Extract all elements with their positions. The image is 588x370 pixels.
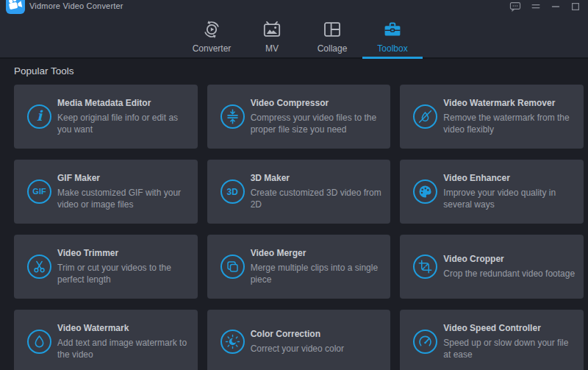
tool-title: Media Metadata Editor [57,98,190,109]
tool-card-video-compressor[interactable]: Video Compressor Compress your video fil… [207,85,391,149]
tool-card-3d-maker[interactable]: 3D 3D Maker Create customized 3D video f… [207,160,391,224]
app-logo-icon [6,0,25,14]
minimize-icon[interactable] [551,1,561,12]
merge-icon [220,255,245,279]
tool-description: Crop the redundant video footage [443,268,575,280]
menu-icon[interactable] [531,1,541,12]
tool-title: Video Enhancer [443,173,576,184]
tool-description: Compress your video files to the proper … [251,112,383,135]
window-controls [509,1,581,12]
tool-card-video-cropper[interactable]: Video Cropper Crop the redundant video f… [400,235,584,299]
tool-title: Video Cropper [443,254,575,265]
info-icon: i [27,104,51,129]
tool-title: Video Compressor [251,98,383,109]
tool-title: Video Watermark [57,323,190,334]
tool-card-media-metadata-editor[interactable]: i Media Metadata Editor Keep original fi… [14,85,198,149]
window-title: Vidmore Video Converter [29,1,123,10]
tool-description: Create customized 3D video from 2D [251,187,383,210]
tool-description: Improve your video quality in several wa… [443,187,576,210]
tool-card-video-watermark-remover[interactable]: Video Watermark Remover Remove the water… [400,85,584,149]
speedometer-icon [413,330,437,354]
crop-icon [413,255,437,279]
tab-mv[interactable]: MV [242,10,302,59]
tool-description: Correct your video color [251,343,344,355]
collage-icon [323,20,342,39]
mv-icon [262,20,282,39]
tool-title: GIF Maker [57,173,190,184]
tool-card-video-merger[interactable]: Video Merger Merge multiple clips into a… [207,235,391,299]
watermark-remover-icon [413,104,437,129]
toolbox-icon [383,20,402,39]
tab-toolbox[interactable]: Toolbox [362,10,423,59]
scissors-icon [27,255,51,279]
sun-icon [220,330,245,354]
tool-description: Speed up or slow down your file at ease [443,337,576,360]
app-window: Vidmore Video Converter Converter MV Col… [0,0,588,370]
compress-icon [220,104,245,129]
tool-grid: i Media Metadata Editor Keep original fi… [14,85,584,370]
converter-icon [202,20,221,39]
tool-card-gif-maker[interactable]: GIF GIF Maker Make customized GIF with y… [14,160,198,224]
feedback-icon[interactable] [509,1,521,12]
main-tabs: Converter MV Collage Toolbox [182,10,423,59]
tool-card-video-speed-controller[interactable]: Video Speed Controller Speed up or slow … [400,310,584,370]
tool-description: Merge multiple clips into a single piece [251,262,383,285]
tool-title: Color Correction [251,329,344,340]
tab-label: MV [265,43,279,54]
title-bar: Vidmore Video Converter Converter MV Col… [0,0,588,59]
toolbox-panel: Popular Tools i Media Metadata Editor Ke… [0,59,588,370]
tool-description: Make customized GIF with your video or i… [57,187,190,210]
tool-card-video-enhancer[interactable]: Video Enhancer Improve your video qualit… [400,160,584,224]
tool-title: Video Speed Controller [443,323,576,334]
tool-title: Video Merger [251,248,383,259]
tool-card-color-correction[interactable]: Color Correction Correct your video colo… [207,310,391,370]
tool-title: 3D Maker [251,173,383,184]
3d-icon: 3D [220,179,245,204]
water-drop-icon [27,330,51,354]
tool-description: Keep original file info or edit as you w… [57,112,190,135]
tool-title: Video Watermark Remover [443,98,576,109]
section-title: Popular Tools [14,65,588,77]
tool-card-video-watermark[interactable]: Video Watermark Add text and image water… [14,310,198,370]
tool-description: Add text and image watermark to the vide… [57,337,190,360]
tool-card-video-trimmer[interactable]: Video Trimmer Trim or cut your videos to… [14,235,198,299]
tab-collage[interactable]: Collage [302,10,362,59]
tool-description: Remove the watermark from the video flex… [443,112,576,135]
tab-converter[interactable]: Converter [182,10,242,59]
tool-title: Video Trimmer [57,248,190,259]
maximize-icon[interactable] [570,1,581,12]
tool-description: Trim or cut your videos to the perfect l… [57,262,190,285]
tab-label: Collage [318,43,348,54]
palette-icon [413,179,437,204]
tab-label: Toolbox [377,43,407,54]
gif-icon: GIF [27,179,51,204]
tab-label: Converter [193,43,232,54]
